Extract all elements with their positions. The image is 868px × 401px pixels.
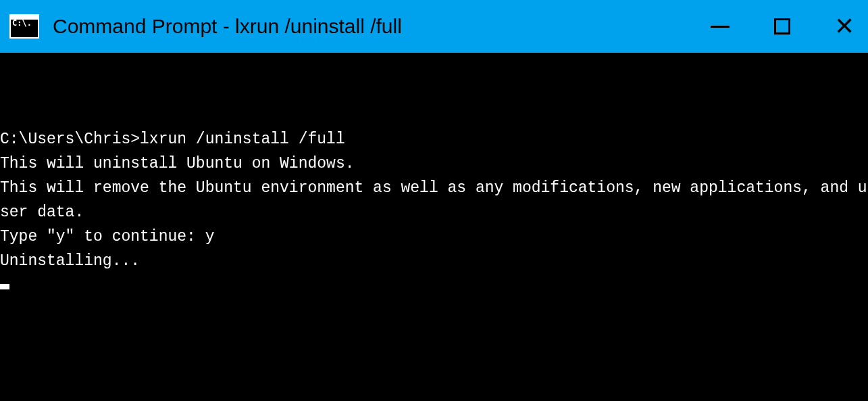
maximize-button[interactable] <box>767 11 798 42</box>
output-line: This will remove the Ubuntu environment … <box>0 176 868 225</box>
maximize-icon <box>774 18 790 34</box>
minimize-icon <box>711 26 730 28</box>
output-line: Uninstalling... <box>0 249 868 273</box>
close-button[interactable]: ✕ <box>829 11 860 42</box>
command-prompt-window: C:\. Command Prompt - lxrun /uninstall /… <box>0 0 868 401</box>
app-icon-text: C:\. <box>12 18 32 28</box>
close-icon: ✕ <box>834 14 854 39</box>
terminal-output[interactable]: C:\Users\Chris>lxrun /uninstall /fullThi… <box>0 53 868 401</box>
window-title: Command Prompt - lxrun /uninstall /full <box>53 15 705 38</box>
output-line: This will uninstall Ubuntu on Windows. <box>0 151 868 176</box>
prompt-text: C:\Users\Chris> <box>0 131 140 148</box>
cursor <box>0 284 9 289</box>
app-icon: C:\. <box>9 14 39 39</box>
minimize-button[interactable] <box>705 11 736 42</box>
titlebar[interactable]: C:\. Command Prompt - lxrun /uninstall /… <box>0 0 868 53</box>
window-controls: ✕ <box>705 11 863 42</box>
command-text: lxrun /uninstall /full <box>140 131 345 148</box>
output-line: Type "y" to continue: y <box>0 225 868 249</box>
